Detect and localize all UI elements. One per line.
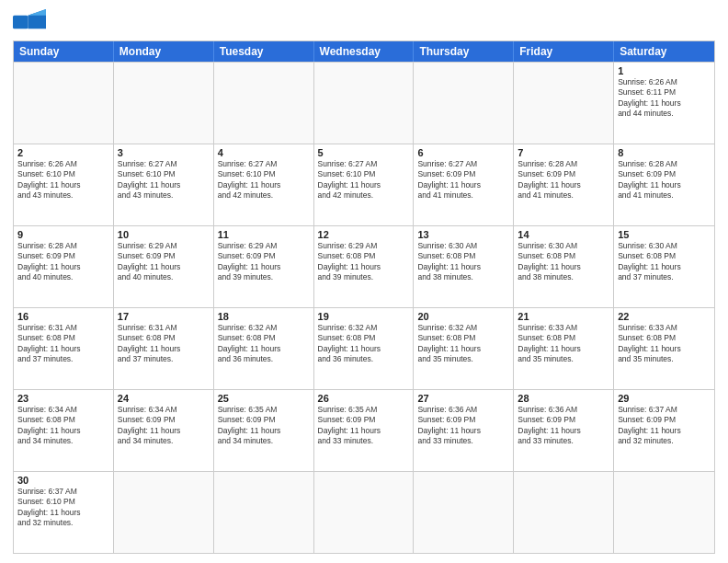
day-info: Sunrise: 6:29 AM Sunset: 6:09 PM Dayligh… <box>218 241 310 283</box>
cal-cell: 7Sunrise: 6:28 AM Sunset: 6:09 PM Daylig… <box>514 144 614 225</box>
day-info: Sunrise: 6:37 AM Sunset: 6:09 PM Dayligh… <box>618 405 711 447</box>
day-info: Sunrise: 6:28 AM Sunset: 6:09 PM Dayligh… <box>17 241 109 283</box>
cal-cell: 12Sunrise: 6:29 AM Sunset: 6:08 PM Dayli… <box>314 226 415 307</box>
day-number: 19 <box>318 311 410 322</box>
day-info: Sunrise: 6:36 AM Sunset: 6:09 PM Dayligh… <box>518 405 609 447</box>
cal-cell <box>214 63 314 144</box>
cal-cell <box>414 472 514 553</box>
day-info: Sunrise: 6:31 AM Sunset: 6:08 PM Dayligh… <box>118 323 210 365</box>
cal-cell: 26Sunrise: 6:35 AM Sunset: 6:09 PM Dayli… <box>314 390 415 471</box>
day-info: Sunrise: 6:26 AM Sunset: 6:11 PM Dayligh… <box>618 77 711 120</box>
day-info: Sunrise: 6:33 AM Sunset: 6:08 PM Dayligh… <box>618 323 711 365</box>
day-number: 23 <box>17 393 109 404</box>
day-number: 2 <box>17 147 109 158</box>
day-info: Sunrise: 6:29 AM Sunset: 6:09 PM Dayligh… <box>118 241 210 283</box>
header-day-tuesday: Tuesday <box>214 41 314 62</box>
day-number: 3 <box>118 147 210 158</box>
cal-cell: 11Sunrise: 6:29 AM Sunset: 6:09 PM Dayli… <box>214 226 314 307</box>
day-info: Sunrise: 6:34 AM Sunset: 6:09 PM Dayligh… <box>118 405 210 447</box>
day-info: Sunrise: 6:34 AM Sunset: 6:08 PM Dayligh… <box>17 405 109 447</box>
calendar: SundayMondayTuesdayWednesdayThursdayFrid… <box>13 40 715 554</box>
day-number: 29 <box>618 393 711 404</box>
day-number: 13 <box>417 229 509 240</box>
week-row-1: 2Sunrise: 6:26 AM Sunset: 6:10 PM Daylig… <box>14 144 714 225</box>
page: SundayMondayTuesdayWednesdayThursdayFrid… <box>0 0 728 563</box>
day-number: 14 <box>518 229 609 240</box>
cal-cell: 24Sunrise: 6:34 AM Sunset: 6:09 PM Dayli… <box>114 390 214 471</box>
header-day-friday: Friday <box>514 41 614 62</box>
header <box>13 9 715 35</box>
day-number: 30 <box>17 475 109 486</box>
cal-cell: 16Sunrise: 6:31 AM Sunset: 6:08 PM Dayli… <box>14 308 114 389</box>
cal-cell <box>514 63 614 144</box>
cal-cell: 4Sunrise: 6:27 AM Sunset: 6:10 PM Daylig… <box>214 144 314 225</box>
cal-cell: 20Sunrise: 6:32 AM Sunset: 6:08 PM Dayli… <box>414 308 514 389</box>
week-row-3: 16Sunrise: 6:31 AM Sunset: 6:08 PM Dayli… <box>14 307 714 389</box>
week-row-5: 30Sunrise: 6:37 AM Sunset: 6:10 PM Dayli… <box>14 471 714 553</box>
cal-cell: 22Sunrise: 6:33 AM Sunset: 6:08 PM Dayli… <box>614 308 714 389</box>
svg-marker-2 <box>28 9 46 16</box>
day-number: 10 <box>118 229 210 240</box>
generalblue-logo-icon <box>13 9 46 35</box>
cal-cell <box>14 63 114 144</box>
cal-cell: 21Sunrise: 6:33 AM Sunset: 6:08 PM Dayli… <box>514 308 614 389</box>
calendar-header: SundayMondayTuesdayWednesdayThursdayFrid… <box>14 41 714 62</box>
week-row-4: 23Sunrise: 6:34 AM Sunset: 6:08 PM Dayli… <box>14 389 714 471</box>
day-info: Sunrise: 6:37 AM Sunset: 6:10 PM Dayligh… <box>17 487 109 529</box>
week-row-2: 9Sunrise: 6:28 AM Sunset: 6:09 PM Daylig… <box>14 225 714 307</box>
header-day-sunday: Sunday <box>14 41 114 62</box>
cal-cell: 13Sunrise: 6:30 AM Sunset: 6:08 PM Dayli… <box>414 226 514 307</box>
day-info: Sunrise: 6:32 AM Sunset: 6:08 PM Dayligh… <box>218 323 310 365</box>
day-number: 8 <box>618 147 711 158</box>
day-info: Sunrise: 6:32 AM Sunset: 6:08 PM Dayligh… <box>417 323 509 365</box>
cal-cell <box>414 63 514 144</box>
header-day-wednesday: Wednesday <box>314 41 415 62</box>
header-day-saturday: Saturday <box>614 41 714 62</box>
day-number: 17 <box>118 311 210 322</box>
day-number: 22 <box>618 311 711 322</box>
week-row-0: 1Sunrise: 6:26 AM Sunset: 6:11 PM Daylig… <box>14 62 714 144</box>
day-info: Sunrise: 6:32 AM Sunset: 6:08 PM Dayligh… <box>318 323 410 365</box>
cal-cell: 1Sunrise: 6:26 AM Sunset: 6:11 PM Daylig… <box>614 63 714 144</box>
cal-cell: 17Sunrise: 6:31 AM Sunset: 6:08 PM Dayli… <box>114 308 214 389</box>
day-info: Sunrise: 6:35 AM Sunset: 6:09 PM Dayligh… <box>218 405 310 447</box>
day-number: 15 <box>618 229 711 240</box>
cal-cell: 18Sunrise: 6:32 AM Sunset: 6:08 PM Dayli… <box>214 308 314 389</box>
cal-cell <box>114 63 214 144</box>
cal-cell: 10Sunrise: 6:29 AM Sunset: 6:09 PM Dayli… <box>114 226 214 307</box>
cal-cell: 2Sunrise: 6:26 AM Sunset: 6:10 PM Daylig… <box>14 144 114 225</box>
cal-cell: 15Sunrise: 6:30 AM Sunset: 6:08 PM Dayli… <box>614 226 714 307</box>
day-number: 27 <box>417 393 509 404</box>
day-info: Sunrise: 6:27 AM Sunset: 6:10 PM Dayligh… <box>318 159 410 201</box>
day-info: Sunrise: 6:33 AM Sunset: 6:08 PM Dayligh… <box>518 323 609 365</box>
cal-cell: 14Sunrise: 6:30 AM Sunset: 6:08 PM Dayli… <box>514 226 614 307</box>
header-day-monday: Monday <box>114 41 214 62</box>
cal-cell: 27Sunrise: 6:36 AM Sunset: 6:09 PM Dayli… <box>414 390 514 471</box>
day-info: Sunrise: 6:30 AM Sunset: 6:08 PM Dayligh… <box>618 241 711 283</box>
day-info: Sunrise: 6:28 AM Sunset: 6:09 PM Dayligh… <box>518 159 609 201</box>
day-info: Sunrise: 6:29 AM Sunset: 6:08 PM Dayligh… <box>318 241 410 283</box>
svg-rect-0 <box>13 16 28 29</box>
day-number: 24 <box>118 393 210 404</box>
day-number: 20 <box>417 311 509 322</box>
cal-cell: 23Sunrise: 6:34 AM Sunset: 6:08 PM Dayli… <box>14 390 114 471</box>
day-number: 7 <box>518 147 609 158</box>
day-info: Sunrise: 6:28 AM Sunset: 6:09 PM Dayligh… <box>618 159 711 201</box>
logo <box>13 9 50 35</box>
day-number: 4 <box>218 147 310 158</box>
day-number: 6 <box>417 147 509 158</box>
cal-cell <box>214 472 314 553</box>
day-number: 16 <box>17 311 109 322</box>
day-info: Sunrise: 6:26 AM Sunset: 6:10 PM Dayligh… <box>17 159 109 201</box>
cal-cell: 5Sunrise: 6:27 AM Sunset: 6:10 PM Daylig… <box>314 144 415 225</box>
cal-cell <box>614 472 714 553</box>
cal-cell: 30Sunrise: 6:37 AM Sunset: 6:10 PM Dayli… <box>14 472 114 553</box>
day-info: Sunrise: 6:31 AM Sunset: 6:08 PM Dayligh… <box>17 323 109 365</box>
day-number: 9 <box>17 229 109 240</box>
day-number: 11 <box>218 229 310 240</box>
calendar-body: 1Sunrise: 6:26 AM Sunset: 6:11 PM Daylig… <box>14 62 714 553</box>
day-info: Sunrise: 6:27 AM Sunset: 6:10 PM Dayligh… <box>218 159 310 201</box>
cal-cell <box>514 472 614 553</box>
day-info: Sunrise: 6:30 AM Sunset: 6:08 PM Dayligh… <box>518 241 609 283</box>
cal-cell: 28Sunrise: 6:36 AM Sunset: 6:09 PM Dayli… <box>514 390 614 471</box>
